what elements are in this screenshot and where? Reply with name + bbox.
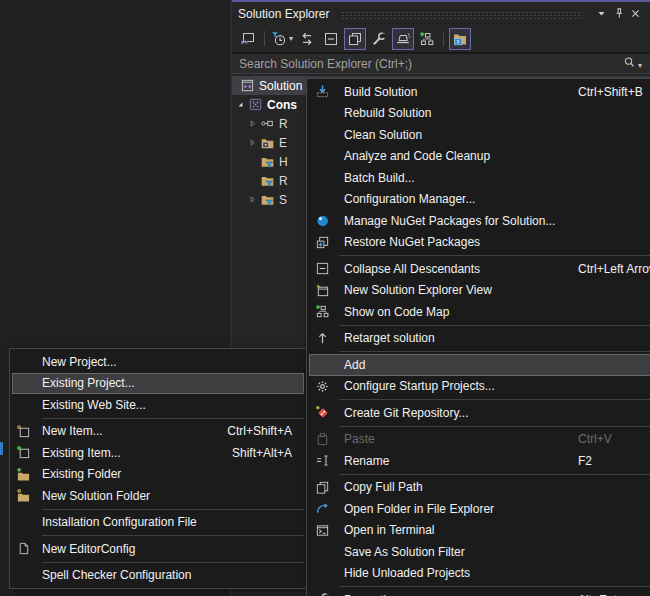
submenu-item-existing-folder[interactable]: Existing Folder [10, 464, 306, 486]
add-submenu: New Project... Existing Project... Exist… [9, 348, 307, 589]
collapse-all-icon [313, 261, 331, 277]
menu-item-label: Existing Web Site... [42, 398, 146, 412]
close-button[interactable] [627, 5, 644, 22]
chevron-down-icon [595, 7, 608, 20]
open-folder-icon [313, 501, 331, 517]
menu-item-rename[interactable]: Rename F2 [307, 450, 650, 472]
wrench-icon [313, 592, 331, 596]
submenu-item-spell-checker-configuration[interactable]: Spell Checker Configuration [10, 565, 306, 587]
menu-item-hide-unloaded-projects[interactable]: Hide Unloaded Projects [307, 563, 650, 585]
dropdown-caret-icon[interactable] [289, 34, 293, 43]
menu-separator [42, 562, 304, 563]
menu-item-restore-nuget-packages[interactable]: Restore NuGet Packages [307, 232, 650, 254]
menu-item-properties[interactable]: Properties Alt+Enter [307, 589, 650, 596]
code-map-icon [419, 31, 435, 47]
folder-view-button[interactable] [449, 28, 471, 50]
search-input[interactable]: Search Solution Explorer (Ctrl+;) [232, 54, 650, 74]
menu-item-configure-startup-projects[interactable]: Configure Startup Projects... [307, 376, 650, 398]
show-all-files-button[interactable] [344, 28, 366, 50]
properties-button[interactable] [368, 28, 390, 50]
code-map-button[interactable] [416, 28, 438, 50]
solution-icon [239, 78, 256, 93]
menu-item-manage-nuget-packages-for-solution[interactable]: Manage NuGet Packages for Solution... [307, 210, 650, 232]
menu-item-rebuild-solution[interactable]: Rebuild Solution [307, 103, 650, 125]
submenu-item-existing-item[interactable]: Existing Item... Shift+Alt+A [10, 442, 306, 464]
pin-button[interactable] [610, 5, 627, 22]
sync-with-active-document-button[interactable] [296, 28, 318, 50]
menu-item-build-solution[interactable]: Build Solution Ctrl+Shift+B [307, 81, 650, 103]
pending-changes-filter-button[interactable] [270, 28, 294, 50]
expander-collapsed-icon[interactable] [246, 138, 259, 147]
menu-item-label: Copy Full Path [344, 480, 423, 494]
terminal-icon [313, 522, 331, 538]
submenu-item-new-editorconfig[interactable]: New EditorConfig [10, 538, 306, 560]
submenu-item-existing-web-site[interactable]: Existing Web Site... [10, 394, 306, 416]
menu-separator [42, 418, 304, 419]
submenu-item-installation-configuration-file[interactable]: Installation Configuration File [10, 512, 306, 534]
panel-titlebar[interactable]: Solution Explorer [232, 2, 650, 25]
menu-item-label: Hide Unloaded Projects [344, 566, 470, 580]
code-map-icon [313, 304, 331, 320]
search-options-caret-icon[interactable] [638, 57, 642, 71]
search-icon[interactable] [623, 56, 636, 72]
menu-item-open-folder-in-file-explorer[interactable]: Open Folder in File Explorer [307, 498, 650, 520]
solution-context-menu: Build Solution Ctrl+Shift+B Rebuild Solu… [306, 78, 650, 596]
titlebar-grip[interactable] [341, 11, 583, 20]
menu-item-shortcut: Ctrl+Shift+A [227, 424, 292, 438]
rename-icon [313, 453, 331, 469]
menu-item-save-as-solution-filter[interactable]: Save As Solution Filter [307, 541, 650, 563]
menu-item-label: Existing Project... [42, 376, 135, 390]
menu-separator [42, 535, 304, 536]
submenu-item-existing-project[interactable]: Existing Project... [12, 373, 304, 395]
gear-icon [313, 378, 331, 394]
expander-collapsed-icon[interactable] [246, 119, 259, 128]
solution-explorer-toolbar [232, 25, 650, 54]
menu-item-label: Build Solution [344, 85, 417, 99]
editor-edge-artifact [0, 442, 3, 455]
menu-item-shortcut: Shift+Alt+A [232, 446, 292, 460]
menu-item-label: Existing Item... [42, 446, 121, 460]
menu-item-copy-full-path[interactable]: Copy Full Path [307, 477, 650, 499]
menu-separator [339, 399, 650, 400]
new-item-icon [15, 423, 32, 439]
search-actions [623, 56, 642, 72]
tree-item-label: Cons [267, 98, 297, 112]
tree-item-label: S [279, 193, 287, 207]
menu-separator [339, 255, 650, 256]
menu-item-retarget-solution[interactable]: Retarget solution [307, 328, 650, 350]
submenu-item-new-project[interactable]: New Project... [10, 351, 306, 373]
menu-item-show-on-code-map[interactable]: Show on Code Map [307, 301, 650, 323]
menu-item-batch-build[interactable]: Batch Build... [307, 167, 650, 189]
menu-separator [339, 325, 650, 326]
switch-views-button[interactable] [237, 28, 259, 50]
expander-expanded-icon[interactable] [234, 100, 247, 109]
close-icon [629, 7, 642, 20]
folder-filter-icon [259, 154, 276, 169]
collapse-all-button[interactable] [320, 28, 342, 50]
expander-collapsed-icon[interactable] [246, 195, 259, 204]
menu-item-open-in-terminal[interactable]: Open in Terminal [307, 520, 650, 542]
menu-item-configuration-manager[interactable]: Configuration Manager... [307, 189, 650, 211]
tree-item-label: E [279, 136, 287, 150]
menu-item-create-git-repository[interactable]: Create Git Repository... [307, 402, 650, 424]
menu-item-label: Collapse All Descendants [344, 262, 480, 276]
menu-item-clean-solution[interactable]: Clean Solution [307, 124, 650, 146]
menu-item-add[interactable]: Add [309, 354, 650, 376]
menu-item-analyze-and-code-cleanup[interactable]: Analyze and Code Cleanup [307, 146, 650, 168]
restore-nuget-icon [313, 234, 331, 250]
window-position-button[interactable] [593, 5, 610, 22]
preview-selected-items-button[interactable] [392, 28, 414, 50]
add-folder-icon [15, 466, 32, 482]
submenu-item-new-item[interactable]: New Item... Ctrl+Shift+A [10, 421, 306, 443]
new-view-icon [313, 282, 331, 298]
menu-item-label: New Project... [42, 355, 117, 369]
build-icon [313, 84, 331, 100]
menu-item-new-solution-explorer-view[interactable]: New Solution Explorer View [307, 280, 650, 302]
menu-item-label: New Item... [42, 424, 103, 438]
menu-item-label: Rename [344, 454, 389, 468]
menu-item-label: Batch Build... [344, 171, 415, 185]
submenu-item-new-solution-folder[interactable]: New Solution Folder [10, 485, 306, 507]
menu-item-collapse-all-descendants[interactable]: Collapse All Descendants Ctrl+Left Arrow [307, 258, 650, 280]
menu-item-label: Paste [344, 432, 375, 446]
menu-item-label: Rebuild Solution [344, 106, 431, 120]
